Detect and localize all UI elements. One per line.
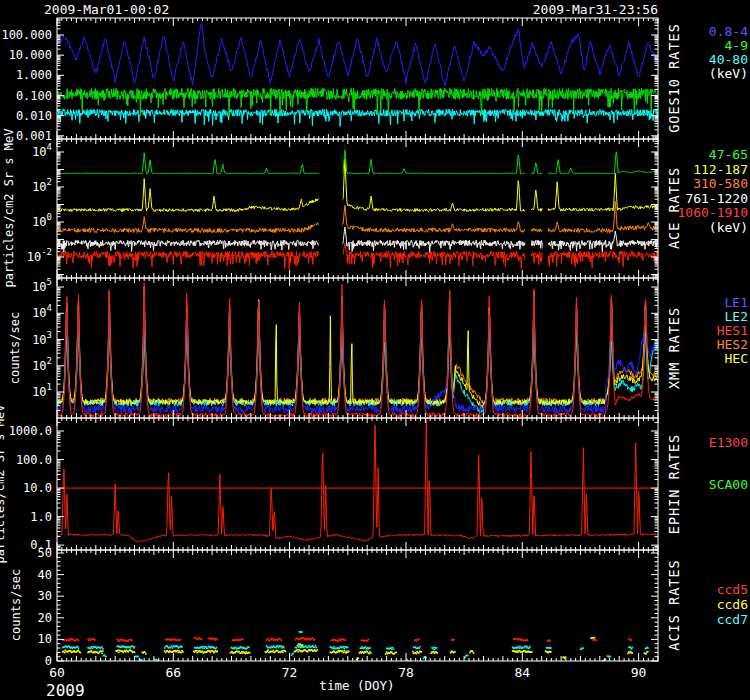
y-tick-label: 0.010 [16,109,52,123]
panel-ace: 10410210010-2 [27,139,658,278]
series-112-187 [57,159,658,212]
legend-ephin-SCA00: SCA00 [709,477,748,492]
y-tick-labels-xmm: 105104103102101 [32,277,52,399]
panel-goes10: 100.00010.0001.0000.1000.0100.001 [1,18,658,143]
y-tick-label: 100.0 [16,453,52,467]
legend-ace-(keV): (keV) [709,220,748,235]
legend-xmm-HES2: HES2 [717,337,748,352]
panel-title-ephin: EPHIN RATES [666,434,682,534]
legend-ace-47-65: 47-65 [709,147,748,162]
series-HES1 [57,283,658,417]
legend-ace-112-187: 112-187 [693,162,748,177]
legend-acis-ccd6: ccd6 [717,597,748,612]
y-tick-label: 10.000 [9,48,52,62]
x-axis-year: 2009 [46,681,85,700]
series-ccd5 [62,637,632,643]
panel-title-acis: ACIS RATES [666,559,682,650]
data-gap [543,140,548,277]
legend-xmm-LE1: LE1 [725,295,748,310]
ylabel-ephin: particles/cm2 Sr s MeV [0,405,7,564]
y-tick-label: 30 [38,589,52,603]
y-tick-label: 101 [32,382,52,399]
y-tick-label: 10-2 [27,247,52,264]
y-tick-labels-acis: 50403020100 [38,546,52,668]
panel-xmm: 105104103102101 [32,277,658,418]
legend-goes10-(keV): (keV) [709,66,748,81]
y-tick-labels-goes10: 100.00010.0001.0000.1000.0100.001 [1,28,52,143]
axis-ticks-acis [57,550,658,661]
y-tick-label: 103 [32,330,52,347]
legend-xmm-LE2: LE2 [725,309,748,324]
legend-goes10-4-9: 4-9 [725,38,748,53]
panel-acis: 50403020100 [38,546,658,668]
y-tick-label: 10.0 [23,481,52,495]
plot-canvas: 100.00010.0001.0000.1000.0100.0011041021… [0,0,750,700]
data-gap [525,140,531,277]
legend-xmm-HES1: HES1 [717,323,748,338]
y-tick-label: 104 [32,303,52,320]
legend-goes10-40-80: 40-80 [709,52,748,67]
legend-acis-ccd5: ccd5 [717,582,748,597]
panel-ephin: 1000.0100.010.01.00.1 [9,418,658,552]
legend-ace-310-580: 310-580 [693,176,748,191]
x-tick-label: 60 [49,665,65,680]
y-tick-label: 105 [32,277,52,294]
panel-title-xmm: XMM RATES [666,307,682,389]
y-tick-label: 0.001 [16,129,52,143]
panel-title-goes10: GOES10 RATES [666,23,682,133]
legend-goes10-0.8-4: 0.8-4 [709,24,748,39]
x-axis-label: time (DOY) [297,678,417,693]
y-tick-labels-ace: 10410210010-2 [27,142,52,264]
legend-ace-761-1220: 761-1220 [685,191,748,206]
y-tick-label: 0.100 [16,89,52,103]
y-tick-label: 102 [32,356,52,373]
series-47-65 [57,150,658,174]
y-tick-label: 40 [38,568,52,582]
x-tick-label: 72 [282,665,298,680]
y-tick-label: 10 [38,632,52,646]
y-tick-label: 102 [32,177,52,194]
legend-acis-ccd7: ccd7 [717,612,748,627]
series-E1300 [57,420,658,543]
y-tick-label: 1.0 [30,510,52,524]
series-1060-1910 [57,243,658,269]
y-tick-label: 50 [38,546,52,560]
radiation-monitor-plot: 100.00010.0001.0000.1000.0100.0011041021… [0,0,750,700]
legend-ace-1060-1910: 1060-1910 [678,205,748,220]
data-gap [319,140,343,277]
y-tick-label: 1000.0 [9,424,52,438]
series-0.8-4 [57,24,658,87]
x-tick-label: 66 [165,665,181,680]
legend-xmm-HEC: HEC [725,351,748,366]
y-tick-label: 104 [32,142,52,159]
legend-ephin-E1300: E1300 [709,435,748,450]
x-tick-label: 90 [631,665,647,680]
ylabel-acis: counts/sec [9,569,23,641]
y-tick-label: 100.000 [1,28,52,42]
plot-end-time: 2009-Mar31-23:56 [533,2,658,17]
y-tick-label: 100 [32,212,52,229]
ylabel-ace: particles/cm2 Sr s MeV [2,129,16,288]
ylabel-xmm: counts/sec [8,312,22,384]
y-tick-label: 20 [38,611,52,625]
x-tick-label: 84 [514,665,530,680]
y-tick-label: 1.000 [16,68,52,82]
axis-ticks-ephin [57,418,658,550]
y-tick-labels-ephin: 1000.0100.010.01.00.1 [9,424,52,552]
series-40-80 [57,109,658,126]
plot-start-time: 2009-Mar01-00:02 [44,2,169,17]
